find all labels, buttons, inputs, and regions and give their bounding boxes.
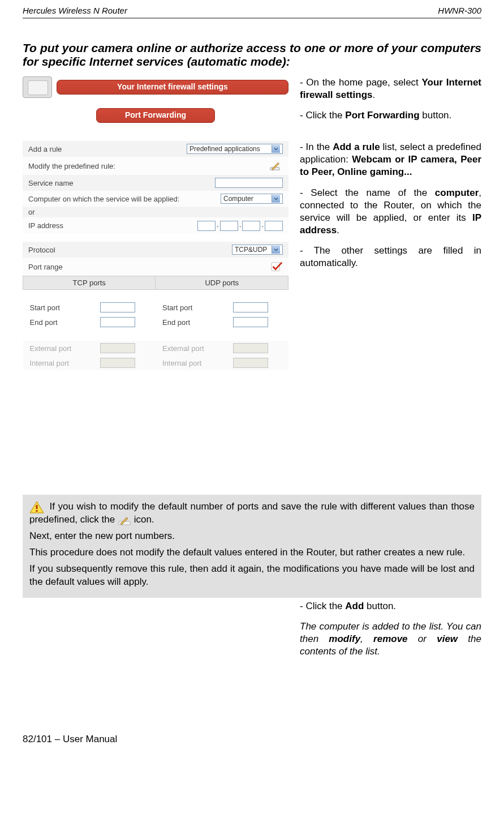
add-rule-row: Add a rule Predefined applications <box>23 141 288 157</box>
tcp-start-label: Start port <box>23 300 94 315</box>
warning-icon <box>29 501 44 513</box>
port-forwarding-button[interactable]: Port Forwarding <box>96 108 215 123</box>
computer-label: Computer on which the service will be ap… <box>28 195 179 203</box>
firewall-settings-button[interactable]: Your Internet firewall settings <box>57 80 288 95</box>
port-range-row: Port range <box>23 258 288 276</box>
udp-end-input[interactable] <box>233 317 268 327</box>
service-name-label: Service name <box>28 179 73 187</box>
port-forwarding-form: Add a rule Predefined applications Modif… <box>23 141 288 370</box>
edit-icon[interactable] <box>267 160 283 172</box>
chevron-down-icon <box>272 195 280 203</box>
udp-int-label: Internal port <box>156 356 226 370</box>
tcp-int-label: Internal port <box>23 356 94 370</box>
port-range-label: Port range <box>28 263 63 271</box>
chevron-down-icon <box>272 145 280 153</box>
add-rule-label: Add a rule <box>28 145 62 153</box>
page-footer: 82/101 – User Manual <box>23 734 481 745</box>
protocol-row: Protocol TCP&UDP <box>23 242 288 258</box>
firewall-icon <box>23 76 52 98</box>
modify-rule-row: Modify the predefined rule: <box>23 157 288 175</box>
page-header: Hercules Wireless N Router HWNR-300 <box>23 6 481 19</box>
ports-table: TCP ports UDP ports Start port Start por… <box>23 276 288 370</box>
footer-instruction-2: The computer is added to the list. You c… <box>300 620 481 658</box>
svg-rect-3 <box>36 510 38 512</box>
tcp-header: TCP ports <box>23 276 156 290</box>
protocol-label: Protocol <box>28 246 55 254</box>
firewall-settings-label: Your Internet firewall settings <box>117 82 228 91</box>
computer-select[interactable]: Computer <box>221 194 283 204</box>
ip-label: IP address <box>28 221 63 230</box>
udp-end-label: End port <box>156 315 226 329</box>
header-right: HWNR-300 <box>438 6 481 15</box>
computer-value: Computer <box>223 195 253 203</box>
ip-octet-4[interactable] <box>265 221 283 231</box>
port-forwarding-label: Port Forwarding <box>125 110 186 119</box>
udp-ext-input <box>233 343 268 353</box>
checkmark-icon[interactable] <box>270 260 283 273</box>
tcp-start-input[interactable] <box>100 302 135 312</box>
section-title: To put your camera online or authorize a… <box>23 41 481 68</box>
service-name-row: Service name <box>23 175 288 191</box>
header-left: Hercules Wireless N Router <box>23 6 127 15</box>
tcp-ext-label: External port <box>23 341 94 356</box>
pencil-icon <box>118 515 131 526</box>
instruction-3: - In the Add a rule list, select a prede… <box>300 141 481 178</box>
chevron-down-icon <box>272 246 280 254</box>
tcp-int-input <box>100 358 135 368</box>
note-callout: If you wish to modify the default number… <box>23 495 481 598</box>
service-name-input[interactable] <box>215 178 283 188</box>
protocol-select[interactable]: TCP&UDP <box>232 245 283 255</box>
tcp-end-label: End port <box>23 315 94 329</box>
instruction-5: - The other settings are filled in autom… <box>300 245 481 269</box>
callout-line-4: If you subsequently remove this rule, th… <box>29 563 475 589</box>
instruction-1: - On the home page, select Your Internet… <box>300 76 481 101</box>
add-rule-value: Predefined applications <box>189 145 260 153</box>
udp-ext-label: External port <box>156 341 226 356</box>
ip-input-group: . . . <box>197 220 283 231</box>
footer-instruction-1: - Click the Add button. <box>300 600 481 613</box>
instruction-4: - Select the name of the computer, conne… <box>300 187 481 237</box>
callout-line-2: Next, enter the new port numbers. <box>29 530 475 543</box>
svg-rect-2 <box>36 505 38 509</box>
protocol-value: TCP&UDP <box>235 246 267 254</box>
ip-octet-2[interactable] <box>220 221 238 231</box>
udp-int-input <box>233 358 268 368</box>
or-row: or <box>23 207 288 217</box>
instruction-2: - Click the Port Forwarding button. <box>300 109 481 122</box>
computer-row: Computer on which the service will be ap… <box>23 191 288 207</box>
udp-start-label: Start port <box>156 300 226 315</box>
ip-row: IP address . . . <box>23 217 288 234</box>
udp-header: UDP ports <box>156 276 288 290</box>
udp-start-input[interactable] <box>233 302 268 312</box>
callout-line-3: This procedure does not modify the defau… <box>29 546 475 559</box>
or-label: or <box>28 208 35 216</box>
add-rule-select[interactable]: Predefined applications <box>187 144 283 154</box>
modify-rule-label: Modify the predefined rule: <box>28 162 115 170</box>
ip-octet-1[interactable] <box>197 221 216 231</box>
ip-octet-3[interactable] <box>242 221 260 231</box>
tcp-end-input[interactable] <box>100 317 135 327</box>
tcp-ext-input <box>100 343 135 353</box>
